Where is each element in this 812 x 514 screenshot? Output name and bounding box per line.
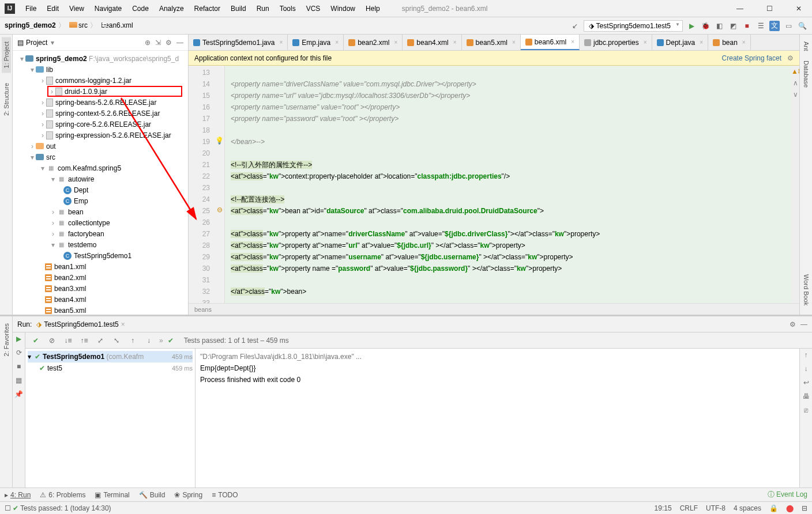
project-tree[interactable]: ▾spring5_demo2 F:\java_workspace\spring5… bbox=[13, 51, 188, 315]
test-tree[interactable]: ▾✔ TestSpring5demo1 (com.Keafm 459 ms ✔t… bbox=[25, 349, 196, 487]
code-body[interactable]: <property name="driverClassName" value="… bbox=[225, 66, 791, 303]
stop-run-button[interactable]: ■ bbox=[17, 362, 21, 371]
menu-view[interactable]: View bbox=[65, 2, 89, 15]
encoding[interactable]: UTF-8 bbox=[706, 504, 725, 512]
menu-tools[interactable]: Tools bbox=[275, 2, 300, 15]
tab-bean2.xml[interactable]: bean2.xml× bbox=[344, 35, 403, 50]
coverage-button[interactable]: ◧ bbox=[714, 21, 724, 31]
menu-run[interactable]: Run bbox=[252, 2, 274, 15]
layout-button[interactable]: ▦ bbox=[16, 376, 22, 384]
tab-Emp.java[interactable]: Emp.java× bbox=[288, 35, 344, 50]
run-button[interactable]: ▶ bbox=[686, 21, 697, 31]
problems-tab[interactable]: ⚠ 6: Problems bbox=[40, 491, 85, 499]
sync-icon[interactable]: ↙ bbox=[570, 21, 580, 31]
spring-tab[interactable]: ❀ Spring bbox=[174, 491, 202, 499]
menu-window[interactable]: Window bbox=[326, 2, 360, 15]
structure-tool-tab[interactable]: 2: Structure bbox=[2, 78, 11, 120]
line-numbers: 1314151617181920212223242526272829303132… bbox=[189, 66, 215, 303]
maximize-button[interactable]: ☐ bbox=[761, 2, 779, 15]
indent[interactable]: 4 spaces bbox=[734, 504, 761, 512]
fail-filter-icon[interactable]: ⊘ bbox=[46, 337, 58, 345]
create-facet-link[interactable]: Create Spring facet bbox=[722, 54, 781, 62]
debug-button[interactable]: 🐞 bbox=[700, 21, 710, 31]
warning-indicator[interactable]: ▲8 bbox=[791, 66, 799, 77]
search-icon[interactable]: 🔍 bbox=[797, 21, 807, 31]
pin-button[interactable]: 📌 bbox=[14, 390, 23, 398]
run-hide-icon[interactable]: — bbox=[800, 320, 807, 328]
print-icon[interactable]: 🖶 bbox=[803, 392, 810, 400]
ant-tool-tab[interactable]: Ant bbox=[802, 37, 811, 56]
menu-analyze[interactable]: Analyze bbox=[155, 2, 189, 15]
menu-code[interactable]: Code bbox=[127, 2, 153, 15]
hide-icon[interactable]: — bbox=[176, 39, 183, 47]
tab-Dept.java[interactable]: Dept.java× bbox=[652, 35, 709, 50]
status-message: Tests passed: 1 (today 14:30) bbox=[20, 504, 111, 512]
menu-file[interactable]: File bbox=[21, 2, 41, 15]
collapse-icon[interactable]: ⇲ bbox=[155, 39, 161, 47]
scroll-down-icon[interactable]: ↓ bbox=[805, 365, 808, 373]
stop-button[interactable]: ■ bbox=[742, 21, 752, 31]
bottom-toolbar: ▸ 4: Run ⚠ 6: Problems ▣ Terminal 🔨 Buil… bbox=[0, 487, 812, 501]
menu-navigate[interactable]: Navigate bbox=[90, 2, 126, 15]
console-output[interactable]: "D:\Program Files\Java\jdk1.8.0_181\bin\… bbox=[196, 349, 799, 487]
mem-icon[interactable]: ⊟ bbox=[802, 504, 807, 512]
minimize-button[interactable]: — bbox=[731, 2, 749, 15]
run-header: Run: ⬗TestSpring5demo1.test5× ⚙ — bbox=[13, 316, 812, 332]
expand-icon[interactable]: ⤢ bbox=[95, 337, 106, 345]
todo-tab[interactable]: ≡ TODO bbox=[212, 491, 238, 499]
menu-vcs[interactable]: VCS bbox=[302, 2, 325, 15]
project-title[interactable]: Project bbox=[26, 39, 47, 47]
translate-icon[interactable]: 文 bbox=[769, 21, 780, 31]
up-icon[interactable]: ↑ bbox=[127, 337, 138, 345]
terminal-tab[interactable]: ▣ Terminal bbox=[95, 491, 129, 499]
collapse-all-icon[interactable]: ⤡ bbox=[111, 337, 122, 345]
event-log[interactable]: ⓘ Event Log bbox=[768, 490, 807, 500]
menu-edit[interactable]: Edit bbox=[42, 2, 63, 15]
tab-bean5.xml[interactable]: bean5.xml× bbox=[462, 35, 521, 50]
sort2-icon[interactable]: ↑≡ bbox=[78, 337, 90, 345]
run-tab[interactable]: ▸ 4: Run bbox=[5, 491, 31, 499]
git-icon[interactable]: ⬤ bbox=[786, 504, 794, 512]
project-tool-tab[interactable]: 1: Project bbox=[2, 37, 11, 73]
line-separator[interactable]: CRLF bbox=[680, 504, 698, 512]
highlighted-jar[interactable]: ›druid-1.0.9.jar bbox=[47, 86, 182, 97]
favorites-tool-tab[interactable]: 2: Favorites bbox=[2, 319, 11, 361]
menu-refactor[interactable]: Refactor bbox=[190, 2, 225, 15]
tab-bean6.xml[interactable]: bean6.xml× bbox=[521, 35, 580, 50]
run-config-selector[interactable]: ⬗ TestSpring5demo1.test5 bbox=[584, 20, 683, 32]
wrap-icon[interactable]: ↩ bbox=[803, 379, 809, 387]
tab-bean4.xml[interactable]: bean4.xml× bbox=[403, 35, 461, 50]
pass-filter-icon[interactable]: ✔ bbox=[30, 337, 42, 345]
build-tab[interactable]: 🔨 Build bbox=[139, 491, 166, 499]
breadcrumb[interactable]: spring5_demo2〉 src〉 bean6.xml bbox=[5, 21, 133, 31]
project-dropdown-icon[interactable]: ▾ bbox=[51, 39, 54, 47]
clear-icon[interactable]: ⎚ bbox=[804, 406, 808, 414]
banner-settings-icon[interactable]: ⚙ bbox=[787, 54, 794, 62]
menu-help[interactable]: Help bbox=[361, 2, 385, 15]
run-tab[interactable]: ⬗TestSpring5demo1.test5× bbox=[36, 320, 125, 328]
toggle-button[interactable]: ⟳ bbox=[16, 349, 22, 357]
structure-button[interactable]: ☰ bbox=[755, 21, 766, 31]
code-area[interactable]: 1314151617181920212223242526272829303132… bbox=[189, 66, 799, 303]
navigation-bar: spring5_demo2〉 src〉 bean6.xml ↙ ⬗ TestSp… bbox=[0, 17, 812, 35]
settings-icon[interactable]: ⚙ bbox=[166, 39, 172, 47]
profile-button[interactable]: ◩ bbox=[728, 21, 738, 31]
test-status: Tests passed: 1 of 1 test – 459 ms bbox=[184, 337, 289, 345]
database-tool-tab[interactable]: Database bbox=[802, 56, 811, 92]
layout-icon[interactable]: ▭ bbox=[783, 21, 794, 31]
down-icon[interactable]: ↓ bbox=[143, 337, 155, 345]
rerun-button[interactable]: ▶ bbox=[16, 335, 21, 343]
wordbook-tool-tab[interactable]: Word Book bbox=[802, 270, 811, 310]
close-button[interactable]: ✕ bbox=[790, 2, 807, 15]
editor-tabs: TestSpring5demo1.java×Emp.java×bean2.xml… bbox=[189, 35, 799, 51]
tab-jdbc.properties[interactable]: jdbc.properties× bbox=[580, 35, 652, 50]
tab-TestSpring5demo1.java[interactable]: TestSpring5demo1.java× bbox=[189, 35, 288, 50]
scroll-up-icon[interactable]: ↑ bbox=[805, 351, 808, 359]
menu-build[interactable]: Build bbox=[226, 2, 251, 15]
code-breadcrumb[interactable]: beans bbox=[189, 303, 799, 315]
tab-bean[interactable]: bean× bbox=[708, 35, 751, 50]
locate-icon[interactable]: ⊕ bbox=[145, 39, 151, 47]
run-settings-icon[interactable]: ⚙ bbox=[790, 320, 796, 328]
lock-icon[interactable]: 🔒 bbox=[769, 504, 778, 512]
sort-icon[interactable]: ↓≡ bbox=[62, 337, 74, 345]
